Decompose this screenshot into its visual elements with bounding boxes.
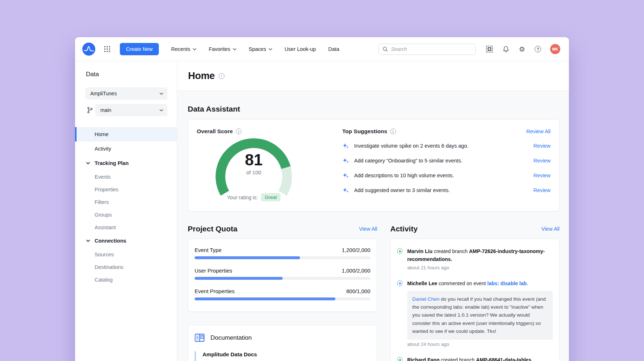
comment-text: do you recall if you had changed this ev… [412, 296, 546, 334]
sparkle-icon [342, 157, 349, 164]
branch-status-icon [397, 248, 402, 254]
menu-spaces[interactable]: Spaces [249, 46, 272, 52]
review-link[interactable]: Review [533, 187, 551, 193]
menu-recents[interactable]: Recents [171, 46, 196, 52]
quota-row: Event Type 1,200/2,000 [195, 247, 370, 259]
suggestion-row: Investigate volume spike on 2 events 6 d… [342, 142, 551, 149]
sidebar-item-sources[interactable]: Sources [75, 248, 177, 261]
sidebar-item-connections[interactable]: Connections [75, 234, 177, 248]
sidebar-nav: Home Activity Tracking Plan Events Prope… [75, 127, 177, 286]
help-icon[interactable] [535, 46, 541, 52]
quota-value: 1,200/2,000 [342, 247, 370, 253]
documentation-link-item[interactable]: Amplitude Data Docs Learn how to add con… [195, 351, 370, 361]
search-icon [382, 46, 388, 52]
activity-timestamp: about 24 hours ago [407, 342, 553, 347]
sidebar: Data AmpliTunes main Home Ac [75, 61, 177, 361]
menu-favorites[interactable]: Favorites [209, 46, 236, 52]
sidebar-item-events[interactable]: Events [75, 170, 177, 183]
dashed-frame-icon[interactable] [486, 45, 493, 53]
sparkle-icon [342, 172, 349, 179]
activity-action: created branch [432, 248, 469, 254]
suggestion-text: Add descriptions to 10 high volume event… [354, 173, 528, 178]
search-box[interactable] [378, 44, 476, 55]
sidebar-item-catalog[interactable]: Catalog [75, 273, 177, 286]
create-new-button[interactable]: Create New [120, 43, 159, 55]
menu-favorites-label: Favorites [209, 46, 230, 52]
project-select[interactable]: AmpliTunes [85, 87, 167, 100]
main-area: Home Data Assistant Overall Score [177, 61, 569, 361]
project-select-value: AmpliTunes [90, 91, 160, 96]
branch-select[interactable]: main [95, 104, 167, 116]
quota-progress-track [195, 256, 370, 259]
branch-select-value: main [100, 107, 160, 113]
sidebar-item-tracking-plan[interactable]: Tracking Plan [75, 156, 177, 170]
event-link[interactable]: labs: disable lab [487, 280, 527, 286]
sidebar-item-assistant[interactable]: Assistant [75, 221, 177, 234]
quota-progress-track [195, 297, 370, 300]
activity-suffix: . [527, 280, 528, 286]
quota-value: 800/1,000 [346, 288, 370, 294]
docs-item-title[interactable]: Amplitude Data Docs [203, 351, 370, 357]
quota-value: 1,000/2,000 [342, 268, 370, 274]
menu-data[interactable]: Data [328, 46, 339, 52]
data-assistant-section-title: Data Assistant [188, 105, 560, 113]
documentation-title: Documentation [210, 334, 252, 342]
sidebar-item-home[interactable]: Home [75, 127, 177, 142]
sparkle-icon [342, 142, 349, 149]
info-icon[interactable] [236, 129, 242, 134]
menu-user-lookup[interactable]: User Look-up [284, 46, 316, 52]
info-icon[interactable] [219, 73, 225, 79]
quota-progress-fill [195, 256, 300, 259]
search-input[interactable] [391, 46, 472, 52]
activity-user: Michelle Lee [407, 280, 437, 286]
suggestion-text: Investigate volume spike on 2 events 6 d… [354, 143, 528, 149]
sidebar-item-groups[interactable]: Groups [75, 208, 177, 221]
sidebar-title: Data [86, 71, 177, 78]
activity-user: Marvin Liu [407, 248, 432, 254]
quota-row: User Properties 1,000/2,000 [195, 268, 370, 280]
quota-progress-fill [195, 277, 283, 280]
page-title: Home [188, 70, 215, 82]
avatar[interactable]: MK [550, 44, 560, 54]
apps-grid-icon[interactable] [104, 46, 110, 52]
menu-user-lookup-label: User Look-up [284, 46, 316, 52]
quota-progress-track [195, 277, 370, 280]
review-link[interactable]: Review [533, 143, 551, 149]
sidebar-item-destinations[interactable]: Destinations [75, 261, 177, 273]
activity-view-all-link[interactable]: View All [541, 226, 560, 232]
project-quota-card: Event Type 1,200/2,000 User Properties 1… [188, 239, 377, 312]
sidebar-item-filters[interactable]: Filters [75, 196, 177, 208]
bell-icon[interactable] [502, 45, 509, 53]
gear-icon[interactable] [518, 45, 526, 53]
chevron-down-icon [193, 48, 196, 51]
chevron-down-icon [86, 240, 90, 242]
info-icon[interactable] [390, 129, 396, 134]
review-link[interactable]: Review [533, 158, 551, 164]
review-link[interactable]: Review [533, 173, 551, 178]
top-navigation-bar: Create New Recents Favorites Spaces User… [75, 37, 569, 61]
comment-status-icon [397, 280, 402, 286]
overall-score-label: Overall Score [197, 128, 233, 135]
chevron-down-icon [160, 92, 163, 95]
review-all-link[interactable]: Review All [526, 129, 551, 134]
suggestion-text: Add category “Onboarding” to 5 similar e… [354, 158, 528, 164]
suggestion-text: Add suggested owner to 3 similar events. [354, 187, 528, 193]
quota-label: User Properties [195, 268, 232, 274]
quota-view-all-link[interactable]: View All [359, 226, 377, 232]
chevron-down-icon [160, 109, 163, 112]
app-window: Create New Recents Favorites Spaces User… [75, 37, 569, 361]
sidebar-item-properties[interactable]: Properties [75, 183, 177, 196]
suggestion-row: Add descriptions to 10 high volume event… [342, 172, 551, 179]
activity-card: Marvin Liu created branch AMP-72626-indu… [390, 239, 560, 361]
project-quota-section-title: Project Quota [188, 225, 238, 233]
sidebar-item-label: Connections [95, 238, 126, 244]
mention-link[interactable]: Daniel Chen [412, 296, 439, 302]
amplitude-logo-icon[interactable] [82, 43, 95, 56]
quota-label: Event Properties [195, 288, 235, 294]
activity-section-title: Activity [390, 225, 418, 233]
branch-status-icon [397, 357, 402, 361]
documentation-card: Documentation Amplitude Data Docs Learn … [188, 325, 377, 361]
menu-recents-label: Recents [171, 46, 190, 52]
sidebar-item-activity[interactable]: Activity [75, 142, 177, 156]
activity-action: commented on event [437, 280, 487, 286]
